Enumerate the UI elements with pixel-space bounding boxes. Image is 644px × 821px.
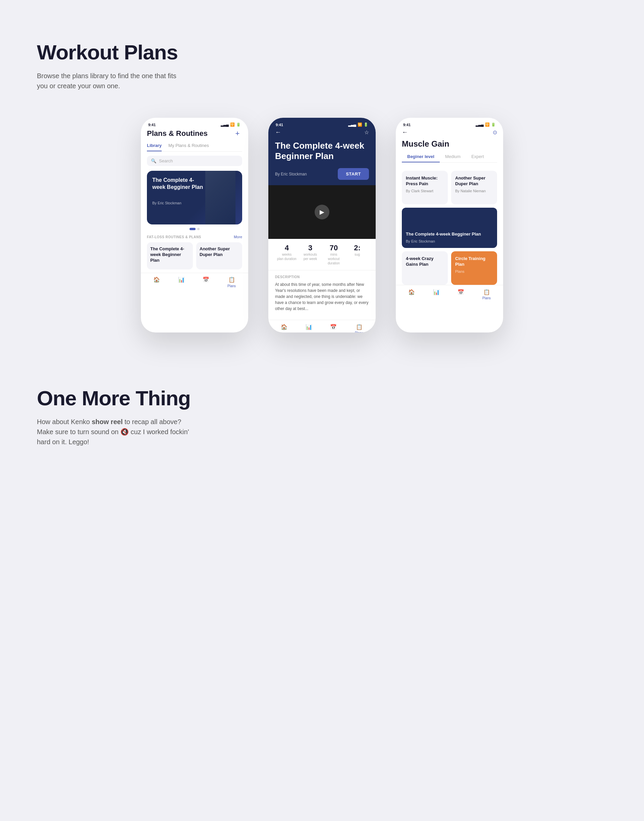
search-bar-1[interactable]: 🔍 Search [147,156,242,166]
nav-home-3[interactable]: 🏠 [408,289,415,300]
search-placeholder-1: Search [159,158,173,163]
phone-3: 9:41 ▂▃▄ 🛜 🔋 ← ⊙ Muscle Gain Beginer lev… [396,118,503,333]
add-plan-button[interactable]: + [233,129,242,138]
nav-plans-label-2: Plans [355,331,363,333]
phone-2-nav: ← ☆ [275,129,369,136]
muscle-card-4[interactable]: 4-week Crazy Gains Plan [402,251,448,285]
plan-card-1[interactable]: The Complete 4-week Beginner Plan [147,242,193,269]
phone-1-header: Plans & Routines + [147,129,242,138]
hero-card-bg [205,171,235,224]
muscle-card-5[interactable]: Circle Training Plan Plans [451,251,497,285]
stat-workouts-value: 3 [299,244,322,252]
muscle-card-3-content: The Complete 4-week Begginer Plan By Eri… [406,232,481,243]
muscle-card-1-title: Instant Muscle: Press Pain [406,175,444,187]
back-arrow-3[interactable]: ← [402,129,408,136]
level-expert[interactable]: Expert [466,152,489,163]
description-section: DESCRIPTION At about this time of year, … [268,270,376,316]
filter-icon-3[interactable]: ⊙ [493,129,497,135]
muscle-card-2-author: By Natalie Nieman [455,189,493,193]
nav-plans-1[interactable]: 📋 Plans [227,276,236,288]
muscle-card-1-author: By Clark Stewart [406,189,444,193]
signal-icon-1: ▂▃▄ [221,123,229,127]
bottom-nav-3: 🏠 📊 📅 📋 Plans [396,285,503,307]
battery-icon-2: 🔋 [363,123,368,127]
hero-card-author: By Eric Stockman [152,201,204,205]
wifi-icon-1: 🛜 [230,123,235,127]
dot-2 [197,228,199,230]
back-arrow-2[interactable]: ← [275,129,281,136]
wifi-icon-3: 🛜 [485,123,490,127]
hero-card-title: The Complete 4-week Begginer Plan [152,177,204,191]
nav-stats-3[interactable]: 📊 [433,289,440,300]
muscle-card-5-label: Plans [455,269,493,273]
desc-pre: How about Kenko [37,418,92,425]
nav-calendar-2[interactable]: 📅 [330,324,337,333]
nav-plans-2[interactable]: 📋 Plans [355,324,363,333]
phone-1: 9:41 ▂▃▄ 🛜 🔋 Plans & Routines + Library … [141,118,248,333]
stat-mins-value: 70 [322,244,345,252]
battery-icon-1: 🔋 [236,123,241,127]
carousel-dots [147,228,242,230]
phone-3-header: ← ⊙ Muscle Gain Beginer level Medium Exp… [396,129,503,171]
stat-workouts-label: workoutsper week [299,252,322,261]
muscle-card-3-author: By Eric Stockman [406,239,481,243]
wifi-icon-2: 🛜 [357,123,362,127]
one-more-thing-desc: How about Kenko show reel to recap all a… [37,417,198,447]
level-beginner[interactable]: Beginer level [402,152,440,163]
phone-3-nav: ← ⊙ [402,129,497,136]
nav-stats-2[interactable]: 📊 [305,324,312,333]
muscle-card-2[interactable]: Another Super Duper Plan By Natalie Niem… [451,171,497,204]
stats-icon-2: 📊 [305,324,312,330]
calendar-icon-2: 📅 [330,324,337,330]
muscle-gain-grid: Instant Muscle: Press Pain By Clark Stew… [396,171,503,285]
nav-calendar-1[interactable]: 📅 [202,276,209,288]
time-2: 9:41 [276,123,283,127]
muscle-card-4-title: 4-week Crazy Gains Plan [406,256,444,267]
phones-showcase: 9:41 ▂▃▄ 🛜 🔋 Plans & Routines + Library … [37,118,607,333]
tab-library[interactable]: Library [147,143,162,151]
muscle-card-5-title: Circle Training Plan [455,256,493,267]
bottom-nav-1: 🏠 📊 📅 📋 Plans [141,273,248,295]
fat-loss-label: FAT-LOSS ROUTINES & PLANS [147,235,201,239]
plan-card-2-title: Another Super Duper Plan [199,246,239,258]
stats-icon: 📊 [178,276,185,283]
plan-card-2[interactable]: Another Super Duper Plan [196,242,242,269]
plans-icon-2: 📋 [356,324,363,330]
search-icon-1: 🔍 [151,158,156,163]
start-plan-button[interactable]: START [338,168,369,180]
muscle-card-1[interactable]: Instant Muscle: Press Pain By Clark Stew… [402,171,448,204]
muscle-card-3[interactable]: The Complete 4-week Begginer Plan By Eri… [402,208,497,248]
stat-workouts: 3 workoutsper week [299,244,322,265]
nav-home-1[interactable]: 🏠 [153,276,160,288]
more-link[interactable]: More [234,235,242,239]
workout-plans-desc: Browse the plans library to find the one… [37,71,178,91]
one-more-thing-title: One More Thing [37,386,607,410]
tab-my-plans[interactable]: My Plans & Routines [169,143,209,151]
plan-detail-author: By Eric Stockman [275,172,307,176]
plan-detail-title: The Complete 4-week Beginner Plan [275,141,369,161]
bookmark-icon-2[interactable]: ☆ [364,129,369,135]
play-button[interactable]: ▶ [314,205,330,219]
signal-icon-2: ▂▃▄ [348,123,356,127]
status-icons-2: ▂▃▄ 🛜 🔋 [348,123,368,127]
show-reel-link[interactable]: show reel [92,418,123,425]
muscle-card-3-title: The Complete 4-week Begginer Plan [406,232,481,237]
nav-plans-label-1: Plans [227,284,236,288]
plan-video-section[interactable]: ▶ [268,185,376,239]
description-text: At about this time of year, some months … [275,281,369,312]
phone-1-title: Plans & Routines [147,129,208,138]
description-label: DESCRIPTION [275,275,369,279]
calendar-icon-3: 📅 [457,289,464,295]
stat-weeks: 4 weeksplan duration [275,244,299,265]
nav-plans-label-3: Plans [482,296,491,300]
home-icon-2: 🏠 [281,324,287,330]
level-medium[interactable]: Medium [440,152,466,163]
nav-calendar-3[interactable]: 📅 [457,289,464,300]
plan-card-1-title: The Complete 4-week Beginner Plan [150,246,190,263]
nav-stats-1[interactable]: 📊 [178,276,185,288]
nav-home-2[interactable]: 🏠 [281,324,287,333]
nav-plans-3[interactable]: 📋 Plans [482,289,491,300]
plans-icon: 📋 [228,276,235,283]
hero-plan-card[interactable]: The Complete 4-week Begginer Plan By Eri… [147,171,242,224]
notch-2 [302,118,342,126]
